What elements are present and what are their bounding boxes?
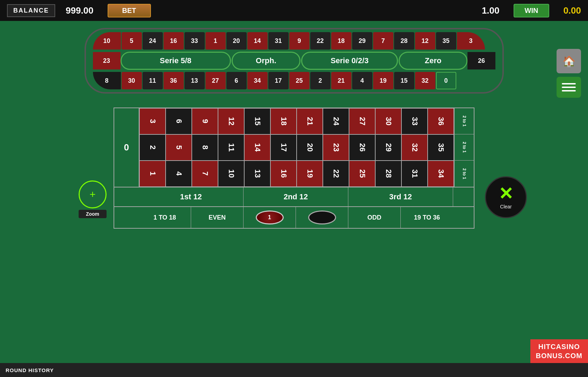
grid-cell-24[interactable]: 24 <box>323 108 349 134</box>
two-to-one-mid[interactable]: 2 to 1 <box>455 134 474 161</box>
grid-cell-7[interactable]: 7 <box>192 161 218 187</box>
track-left-mid[interactable]: 23 <box>93 52 121 69</box>
track-cell-28[interactable]: 28 <box>394 32 414 50</box>
grid-cell-28[interactable]: 28 <box>375 161 401 187</box>
grid-cell-6[interactable]: 6 <box>166 108 192 134</box>
clear-button[interactable]: ✕ Clear <box>485 176 527 218</box>
track-cell-6[interactable]: 6 <box>226 72 247 89</box>
grid-cell-8[interactable]: 8 <box>192 134 218 161</box>
grid-cell-11[interactable]: 11 <box>218 134 244 161</box>
bet-odd[interactable]: ODD <box>348 207 401 228</box>
track-cell-0[interactable]: 0 <box>436 72 456 89</box>
second-dozen[interactable]: 2nd 12 <box>244 187 348 206</box>
track-cell-2[interactable]: 2 <box>310 72 331 89</box>
track-right-top[interactable]: 3 <box>457 32 485 50</box>
grid-cell-4[interactable]: 4 <box>166 161 192 187</box>
track-cell-25[interactable]: 25 <box>289 72 310 89</box>
third-dozen[interactable]: 3rd 12 <box>348 187 453 206</box>
two-to-one-bot[interactable]: 2 to 1 <box>455 161 474 187</box>
track-cell-30[interactable]: 30 <box>122 72 142 89</box>
grid-cell-30[interactable]: 30 <box>375 108 401 134</box>
track-cell-33[interactable]: 33 <box>184 32 205 50</box>
track-cell-24[interactable]: 24 <box>143 32 163 50</box>
track-cell-29[interactable]: 29 <box>352 32 372 50</box>
grid-cell-32[interactable]: 32 <box>401 134 428 161</box>
track-cell-27[interactable]: 27 <box>205 72 226 89</box>
grid-cell-14[interactable]: 14 <box>244 134 270 161</box>
track-cell-35[interactable]: 35 <box>436 32 456 50</box>
grid-cell-36[interactable]: 36 <box>428 108 454 134</box>
track-cell-13[interactable]: 13 <box>184 72 205 89</box>
bet-black[interactable] <box>296 207 348 228</box>
track-cell-34[interactable]: 34 <box>247 72 268 89</box>
sector-serie58[interactable]: Serie 5/8 <box>121 52 231 70</box>
track-cell-20[interactable]: 20 <box>226 32 247 50</box>
grid-cell-5[interactable]: 5 <box>166 134 192 161</box>
grid-cell-1[interactable]: 1 <box>139 161 166 187</box>
grid-cell-18[interactable]: 18 <box>270 108 297 134</box>
track-cell-9[interactable]: 9 <box>289 32 310 50</box>
black-chip[interactable] <box>308 210 336 224</box>
zoom-plus-icon: + <box>89 188 96 200</box>
grid-cell-2[interactable]: 2 <box>139 134 166 161</box>
track-cell-1[interactable]: 1 <box>205 32 226 50</box>
track-right-mid[interactable]: 26 <box>467 52 495 69</box>
track-cell-15[interactable]: 15 <box>394 72 414 89</box>
track-cell-22[interactable]: 22 <box>310 32 331 50</box>
track-cell-4[interactable]: 4 <box>352 72 372 89</box>
grid-cell-21[interactable]: 21 <box>297 108 323 134</box>
grid-cell-33[interactable]: 33 <box>401 108 428 134</box>
bet-1to18[interactable]: 1 TO 18 <box>139 207 191 228</box>
zero-cell[interactable]: 0 <box>114 108 139 187</box>
grid-cell-12[interactable]: 12 <box>218 108 244 134</box>
track-cell-17[interactable]: 17 <box>268 72 289 89</box>
grid-cell-23[interactable]: 23 <box>323 134 349 161</box>
track-left-top[interactable]: 10 <box>93 32 121 50</box>
track-cell-31[interactable]: 31 <box>268 32 289 50</box>
sector-orph[interactable]: Orph. <box>232 52 301 70</box>
track-cell-11[interactable]: 11 <box>143 72 163 89</box>
track-cell-16[interactable]: 16 <box>164 32 184 50</box>
home-button[interactable]: 🏠 <box>557 49 581 73</box>
grid-cell-15[interactable]: 15 <box>244 108 270 134</box>
zoom-button[interactable]: + <box>79 180 107 208</box>
track-cell-36[interactable]: 36 <box>164 72 184 89</box>
track-cell-12[interactable]: 12 <box>415 32 435 50</box>
grid-cell-34[interactable]: 34 <box>428 161 454 187</box>
grid-cell-25[interactable]: 25 <box>349 161 375 187</box>
bet-red[interactable]: 1 <box>244 207 296 228</box>
menu-button[interactable] <box>557 77 581 98</box>
track-cell-19[interactable]: 19 <box>373 72 393 89</box>
grid-cell-3[interactable]: 3 <box>139 108 166 134</box>
track-cell-5[interactable]: 5 <box>122 32 142 50</box>
win-button[interactable]: WIN <box>514 4 550 17</box>
first-dozen[interactable]: 1st 12 <box>139 187 244 206</box>
grid-cell-26[interactable]: 26 <box>349 134 375 161</box>
zoom-label: Zoom <box>79 210 107 218</box>
sector-serie023[interactable]: Serie 0/2/3 <box>301 52 398 70</box>
track-cell-18[interactable]: 18 <box>331 32 351 50</box>
bet-19to36[interactable]: 19 TO 36 <box>401 207 453 228</box>
grid-cell-35[interactable]: 35 <box>428 134 454 161</box>
two-to-one-top[interactable]: 2 to 1 <box>455 108 474 134</box>
grid-cell-16[interactable]: 16 <box>270 161 297 187</box>
track-cell-14[interactable]: 14 <box>247 32 268 50</box>
track-left-bot[interactable]: 8 <box>93 72 121 89</box>
track-cell-7[interactable]: 7 <box>373 32 393 50</box>
bet-button[interactable]: BET <box>108 4 151 17</box>
grid-cell-31[interactable]: 31 <box>401 161 428 187</box>
sector-zero[interactable]: Zero <box>399 52 468 70</box>
grid-cell-17[interactable]: 17 <box>270 134 297 161</box>
grid-cell-22[interactable]: 22 <box>323 161 349 187</box>
track-cell-32[interactable]: 32 <box>415 72 435 89</box>
grid-cell-10[interactable]: 10 <box>218 161 244 187</box>
grid-cell-9[interactable]: 9 <box>192 108 218 134</box>
grid-cell-13[interactable]: 13 <box>244 161 270 187</box>
grid-cell-27[interactable]: 27 <box>349 108 375 134</box>
grid-cell-20[interactable]: 20 <box>297 134 323 161</box>
bet-even[interactable]: EVEN <box>191 207 244 228</box>
red-chip[interactable]: 1 <box>256 210 284 224</box>
track-cell-21[interactable]: 21 <box>331 72 351 89</box>
grid-cell-19[interactable]: 19 <box>297 161 323 187</box>
grid-cell-29[interactable]: 29 <box>375 134 401 161</box>
